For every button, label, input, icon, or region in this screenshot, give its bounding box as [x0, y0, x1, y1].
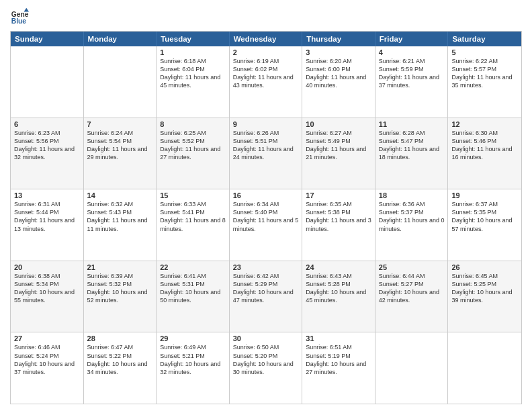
cell-date: 22	[160, 263, 226, 271]
calendar-cell: 18 Sunrise: 6:36 AMSunset: 5:37 PMDaylig…	[375, 189, 449, 261]
day-header-monday: Monday	[84, 32, 157, 46]
cell-date: 17	[306, 191, 371, 199]
calendar-cell: 13 Sunrise: 6:31 AMSunset: 5:44 PMDaylig…	[11, 189, 84, 261]
cell-date: 14	[87, 191, 153, 199]
cell-info: Sunrise: 6:39 AMSunset: 5:32 PMDaylight:…	[87, 272, 153, 305]
calendar-cell: 28 Sunrise: 6:47 AMSunset: 5:22 PMDaylig…	[84, 332, 157, 404]
calendar-body: 1 Sunrise: 6:18 AMSunset: 6:04 PMDayligh…	[11, 46, 521, 404]
calendar-cell: 5 Sunrise: 6:22 AMSunset: 5:57 PMDayligh…	[448, 46, 521, 118]
cell-info: Sunrise: 6:18 AMSunset: 6:04 PMDaylight:…	[160, 57, 226, 90]
cell-date: 10	[306, 120, 371, 128]
calendar-cell: 31 Sunrise: 6:51 AMSunset: 5:19 PMDaylig…	[302, 332, 375, 404]
cell-info: Sunrise: 6:34 AMSunset: 5:40 PMDaylight:…	[233, 200, 299, 233]
cell-info: Sunrise: 6:28 AMSunset: 5:47 PMDaylight:…	[379, 129, 445, 162]
calendar-cell: 23 Sunrise: 6:42 AMSunset: 5:29 PMDaylig…	[230, 261, 303, 332]
cell-info: Sunrise: 6:22 AMSunset: 5:57 PMDaylight:…	[451, 57, 518, 90]
cell-date: 31	[306, 334, 371, 342]
day-header-wednesday: Wednesday	[230, 32, 303, 46]
day-header-saturday: Saturday	[448, 32, 521, 46]
cell-info: Sunrise: 6:31 AMSunset: 5:44 PMDaylight:…	[14, 200, 80, 233]
calendar-cell: 22 Sunrise: 6:41 AMSunset: 5:31 PMDaylig…	[157, 261, 230, 332]
cell-info: Sunrise: 6:24 AMSunset: 5:54 PMDaylight:…	[87, 129, 153, 162]
cell-date: 15	[160, 191, 226, 199]
cell-date: 25	[379, 263, 445, 271]
cell-info: Sunrise: 6:26 AMSunset: 5:51 PMDaylight:…	[233, 129, 299, 162]
calendar-cell	[375, 332, 449, 404]
cell-info: Sunrise: 6:42 AMSunset: 5:29 PMDaylight:…	[233, 272, 299, 305]
calendar-cell: 3 Sunrise: 6:20 AMSunset: 6:00 PMDayligh…	[302, 46, 375, 118]
cell-date: 13	[14, 191, 80, 199]
cell-info: Sunrise: 6:23 AMSunset: 5:56 PMDaylight:…	[14, 129, 80, 162]
cell-date: 29	[160, 334, 226, 342]
cell-info: Sunrise: 6:51 AMSunset: 5:19 PMDaylight:…	[306, 343, 371, 376]
calendar-cell: 9 Sunrise: 6:26 AMSunset: 5:51 PMDayligh…	[230, 118, 303, 189]
cell-info: Sunrise: 6:46 AMSunset: 5:24 PMDaylight:…	[14, 343, 80, 376]
calendar-header: SundayMondayTuesdayWednesdayThursdayFrid…	[11, 32, 521, 46]
day-header-thursday: Thursday	[302, 32, 375, 46]
calendar-cell: 17 Sunrise: 6:35 AMSunset: 5:38 PMDaylig…	[302, 189, 375, 261]
cell-date: 11	[379, 120, 445, 128]
cell-date: 30	[233, 334, 299, 342]
calendar-cell	[84, 46, 157, 118]
calendar: SundayMondayTuesdayWednesdayThursdayFrid…	[10, 31, 522, 404]
cell-date: 3	[306, 48, 371, 56]
calendar-cell: 6 Sunrise: 6:23 AMSunset: 5:56 PMDayligh…	[11, 118, 84, 189]
calendar-week-3: 13 Sunrise: 6:31 AMSunset: 5:44 PMDaylig…	[11, 189, 521, 261]
cell-info: Sunrise: 6:45 AMSunset: 5:25 PMDaylight:…	[451, 272, 518, 305]
cell-info: Sunrise: 6:27 AMSunset: 5:49 PMDaylight:…	[306, 129, 371, 162]
calendar-cell: 25 Sunrise: 6:44 AMSunset: 5:27 PMDaylig…	[375, 261, 449, 332]
logo: General Blue	[10, 7, 29, 26]
cell-info: Sunrise: 6:33 AMSunset: 5:41 PMDaylight:…	[160, 200, 226, 233]
svg-marker-2	[24, 8, 29, 12]
page-header: General Blue	[10, 7, 522, 26]
svg-text:Blue: Blue	[11, 17, 27, 25]
cell-date: 1	[160, 48, 226, 56]
cell-info: Sunrise: 6:35 AMSunset: 5:38 PMDaylight:…	[306, 200, 371, 233]
calendar-cell: 30 Sunrise: 6:50 AMSunset: 5:20 PMDaylig…	[230, 332, 303, 404]
calendar-cell	[11, 46, 84, 118]
cell-info: Sunrise: 6:49 AMSunset: 5:21 PMDaylight:…	[160, 343, 226, 376]
calendar-cell: 19 Sunrise: 6:37 AMSunset: 5:35 PMDaylig…	[448, 189, 521, 261]
cell-date: 24	[306, 263, 371, 271]
cell-date: 23	[233, 263, 299, 271]
cell-date: 2	[233, 48, 299, 56]
calendar-cell: 21 Sunrise: 6:39 AMSunset: 5:32 PMDaylig…	[84, 261, 157, 332]
calendar-cell: 27 Sunrise: 6:46 AMSunset: 5:24 PMDaylig…	[11, 332, 84, 404]
calendar-cell: 26 Sunrise: 6:45 AMSunset: 5:25 PMDaylig…	[448, 261, 521, 332]
calendar-cell: 4 Sunrise: 6:21 AMSunset: 5:59 PMDayligh…	[375, 46, 449, 118]
day-header-sunday: Sunday	[11, 32, 84, 46]
calendar-week-2: 6 Sunrise: 6:23 AMSunset: 5:56 PMDayligh…	[11, 118, 521, 189]
cell-info: Sunrise: 6:38 AMSunset: 5:34 PMDaylight:…	[14, 272, 80, 305]
cell-info: Sunrise: 6:20 AMSunset: 6:00 PMDaylight:…	[306, 57, 371, 90]
day-header-friday: Friday	[375, 32, 449, 46]
cell-date: 9	[233, 120, 299, 128]
cell-date: 28	[87, 334, 153, 342]
cell-date: 8	[160, 120, 226, 128]
cell-date: 6	[14, 120, 80, 128]
calendar-cell: 2 Sunrise: 6:19 AMSunset: 6:02 PMDayligh…	[230, 46, 303, 118]
cell-info: Sunrise: 6:36 AMSunset: 5:37 PMDaylight:…	[379, 200, 445, 233]
calendar-week-5: 27 Sunrise: 6:46 AMSunset: 5:24 PMDaylig…	[11, 332, 521, 404]
cell-info: Sunrise: 6:21 AMSunset: 5:59 PMDaylight:…	[379, 57, 445, 90]
cell-info: Sunrise: 6:19 AMSunset: 6:02 PMDaylight:…	[233, 57, 299, 90]
calendar-cell: 7 Sunrise: 6:24 AMSunset: 5:54 PMDayligh…	[84, 118, 157, 189]
calendar-cell: 14 Sunrise: 6:32 AMSunset: 5:43 PMDaylig…	[84, 189, 157, 261]
day-header-tuesday: Tuesday	[157, 32, 230, 46]
cell-info: Sunrise: 6:44 AMSunset: 5:27 PMDaylight:…	[379, 272, 445, 305]
cell-date: 16	[233, 191, 299, 199]
calendar-cell	[448, 332, 521, 404]
cell-date: 19	[451, 191, 518, 199]
cell-date: 7	[87, 120, 153, 128]
cell-date: 21	[87, 263, 153, 271]
cell-info: Sunrise: 6:47 AMSunset: 5:22 PMDaylight:…	[87, 343, 153, 376]
calendar-cell: 1 Sunrise: 6:18 AMSunset: 6:04 PMDayligh…	[157, 46, 230, 118]
calendar-week-1: 1 Sunrise: 6:18 AMSunset: 6:04 PMDayligh…	[11, 46, 521, 118]
calendar-cell: 8 Sunrise: 6:25 AMSunset: 5:52 PMDayligh…	[157, 118, 230, 189]
cell-date: 27	[14, 334, 80, 342]
calendar-cell: 29 Sunrise: 6:49 AMSunset: 5:21 PMDaylig…	[157, 332, 230, 404]
cell-info: Sunrise: 6:37 AMSunset: 5:35 PMDaylight:…	[451, 200, 518, 233]
calendar-cell: 11 Sunrise: 6:28 AMSunset: 5:47 PMDaylig…	[375, 118, 449, 189]
cell-date: 4	[379, 48, 445, 56]
cell-date: 20	[14, 263, 80, 271]
cell-date: 26	[451, 263, 518, 271]
